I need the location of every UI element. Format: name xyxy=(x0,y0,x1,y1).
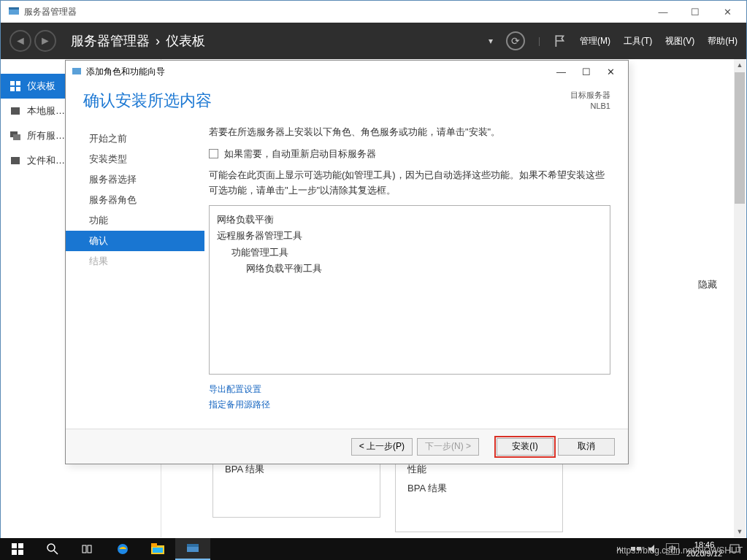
feature-item: 远程服务器管理工具 xyxy=(217,228,602,244)
export-config-link[interactable]: 导出配置设置 xyxy=(209,382,610,396)
wizard-icon xyxy=(72,66,82,77)
dialog-footer: < 上一步(P) 下一步(N) > 安装(I) 取消 xyxy=(66,429,628,464)
svg-rect-6 xyxy=(11,107,20,115)
close-button[interactable]: ✕ xyxy=(711,1,743,23)
svg-rect-4 xyxy=(10,87,15,91)
wizard-content: 若要在所选服务器上安装以下角色、角色服务或功能，请单击"安装"。 如果需要，自动… xyxy=(204,123,628,438)
sidebar-item-label: 文件和… xyxy=(27,154,65,167)
scroll-thumb[interactable] xyxy=(735,72,745,204)
wizard-note-text: 可能会在此页面上显示可选功能(如管理工具)，因为已自动选择这些功能。如果不希望安… xyxy=(209,168,610,199)
files-icon xyxy=(9,155,21,166)
svg-rect-24 xyxy=(187,544,199,547)
dashboard-icon xyxy=(9,80,21,92)
start-button[interactable] xyxy=(0,538,35,560)
target-server-info: 目标服务器 NLB1 xyxy=(570,90,610,112)
wizard-links: 导出配置设置 指定备用源路径 xyxy=(209,382,610,412)
feature-item: 网络负载平衡工具 xyxy=(217,261,602,277)
dialog-heading: 确认安装所选内容 xyxy=(83,90,212,112)
menu-tools[interactable]: 工具(T) xyxy=(624,35,652,47)
breadcrumb-current[interactable]: 仪表板 xyxy=(166,32,205,50)
svg-rect-11 xyxy=(12,543,17,548)
minimize-button[interactable]: — xyxy=(647,1,679,23)
svg-rect-8 xyxy=(13,134,20,140)
svg-rect-13 xyxy=(12,550,17,555)
svg-rect-2 xyxy=(10,81,15,85)
dialog-body: 开始之前 安装类型 服务器选择 服务器角色 功能 确认 结果 若要在所选服务器上… xyxy=(66,117,628,438)
watermark-text: https://blog.csdn.net/NOWSHUT xyxy=(616,545,743,556)
svg-rect-14 xyxy=(18,550,23,555)
maximize-button[interactable]: ☐ xyxy=(679,1,711,23)
explorer-icon[interactable] xyxy=(140,538,175,560)
step-before[interactable]: 开始之前 xyxy=(66,129,204,149)
servers-icon xyxy=(9,130,21,142)
server-icon xyxy=(9,105,21,117)
feature-item: 网络负载平衡 xyxy=(217,212,602,228)
wizard-intro-text: 若要在所选服务器上安装以下角色、角色服务或功能，请单击"安装"。 xyxy=(209,126,610,139)
step-feature[interactable]: 功能 xyxy=(66,210,204,231)
svg-point-15 xyxy=(47,544,55,551)
target-label: 目标服务器 xyxy=(570,90,610,101)
task-view-icon[interactable] xyxy=(70,538,105,560)
dialog-close-button[interactable]: ✕ xyxy=(607,66,615,77)
step-type[interactable]: 安装类型 xyxy=(66,149,204,169)
step-confirm[interactable]: 确认 xyxy=(66,231,204,251)
app-titlebar: 服务器管理器 — ☐ ✕ xyxy=(1,1,746,23)
app-title: 服务器管理器 xyxy=(24,6,77,18)
step-result: 结果 xyxy=(66,251,204,272)
svg-rect-10 xyxy=(72,68,81,74)
dropdown-caret-icon[interactable]: ▾ xyxy=(489,36,493,46)
next-button: 下一步(N) > xyxy=(417,438,479,456)
search-icon[interactable] xyxy=(35,538,70,560)
dialog-minimize-button[interactable]: — xyxy=(556,66,566,77)
step-server-role[interactable]: 服务器角色 xyxy=(66,190,204,210)
svg-rect-1 xyxy=(9,7,19,9)
dialog-maximize-button[interactable]: ☐ xyxy=(582,66,591,77)
auto-restart-label: 如果需要，自动重新启动目标服务器 xyxy=(224,147,376,161)
svg-rect-5 xyxy=(16,87,20,91)
ie-icon[interactable] xyxy=(105,538,140,560)
flag-icon[interactable] xyxy=(553,34,567,47)
app-icon xyxy=(8,6,20,18)
dialog-titlebar: 添加角色和功能向导 — ☐ ✕ xyxy=(66,61,628,83)
menu-view[interactable]: 视图(V) xyxy=(665,35,694,47)
nav-back-button[interactable]: ◄ xyxy=(9,30,31,52)
cancel-button[interactable]: 取消 xyxy=(558,438,615,456)
alt-source-link[interactable]: 指定备用源路径 xyxy=(209,397,610,412)
tile-bpa-label2: BPA 结果 xyxy=(407,479,551,498)
auto-restart-checkbox[interactable] xyxy=(209,149,218,158)
server-manager-taskbar-icon[interactable] xyxy=(175,538,210,560)
separator: | xyxy=(538,36,540,46)
svg-rect-21 xyxy=(151,543,157,547)
target-server-name: NLB1 xyxy=(570,101,610,112)
previous-button[interactable]: < 上一步(P) xyxy=(351,438,413,456)
menu-help[interactable]: 帮助(H) xyxy=(708,35,738,47)
svg-rect-12 xyxy=(18,543,23,548)
step-server-selection[interactable]: 服务器选择 xyxy=(66,169,204,190)
breadcrumb-root[interactable]: 服务器管理器 xyxy=(71,32,150,50)
app-header: ◄ ► 服务器管理器 › 仪表板 ▾ ⟳ | 管理(M) 工具(T) 视图(V)… xyxy=(1,23,746,59)
menu-manage[interactable]: 管理(M) xyxy=(580,35,610,47)
scroll-down-icon[interactable]: ▼ xyxy=(734,526,746,537)
svg-line-16 xyxy=(54,551,58,554)
hide-link[interactable]: 隐藏 xyxy=(698,278,717,291)
features-listbox[interactable]: 网络负载平衡 远程服务器管理工具 功能管理工具 网络负载平衡工具 xyxy=(209,205,610,375)
sidebar-item-label: 所有服… xyxy=(27,129,65,142)
nav-forward-button[interactable]: ► xyxy=(34,30,56,52)
install-button[interactable]: 安装(I) xyxy=(497,438,553,456)
add-roles-wizard-dialog: 添加角色和功能向导 — ☐ ✕ 确认安装所选内容 目标服务器 NLB1 开始之前… xyxy=(65,60,629,464)
breadcrumb-separator: › xyxy=(156,34,160,49)
svg-rect-3 xyxy=(16,81,20,85)
dialog-title: 添加角色和功能向导 xyxy=(86,66,165,78)
vertical-scrollbar[interactable]: ▲ ▼ xyxy=(734,59,746,537)
auto-restart-row: 如果需要，自动重新启动目标服务器 xyxy=(209,147,610,161)
svg-rect-17 xyxy=(83,545,86,553)
svg-rect-18 xyxy=(88,545,91,553)
scroll-up-icon[interactable]: ▲ xyxy=(734,59,746,71)
feature-item: 功能管理工具 xyxy=(217,245,602,261)
svg-rect-22 xyxy=(153,548,163,553)
sidebar-item-label: 本地服… xyxy=(27,104,65,118)
svg-rect-9 xyxy=(11,157,20,164)
refresh-icon[interactable]: ⟳ xyxy=(506,31,525,50)
dialog-header: 确认安装所选内容 目标服务器 NLB1 xyxy=(66,83,628,117)
sidebar-item-label: 仪表板 xyxy=(27,80,55,93)
